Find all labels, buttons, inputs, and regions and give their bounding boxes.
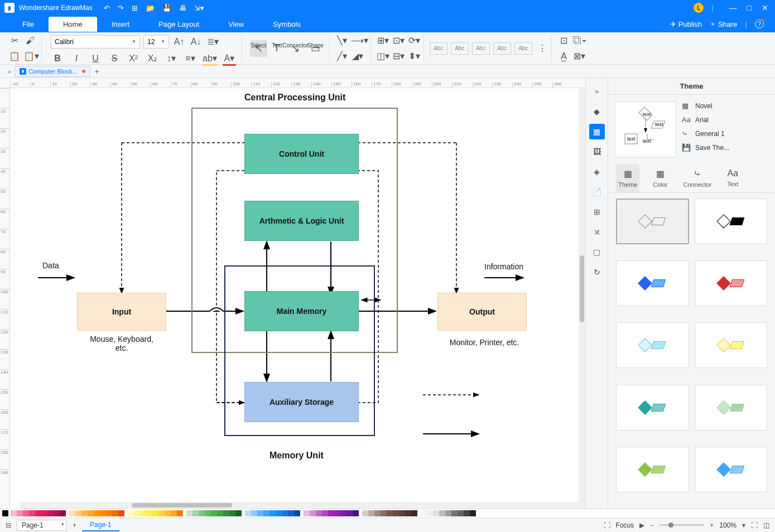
font-color-button[interactable]: A▾ xyxy=(223,52,236,65)
color-swatch[interactable] xyxy=(100,510,106,516)
color-swatch[interactable] xyxy=(29,510,35,516)
main-memory-box[interactable]: Main Memory xyxy=(244,291,359,331)
style-preset-4[interactable]: Abc xyxy=(493,42,511,55)
subtab-color[interactable]: ▦Color xyxy=(651,164,670,192)
save-icon[interactable]: 💾 xyxy=(162,4,171,12)
bold-button[interactable]: B xyxy=(51,52,64,65)
color-swatch[interactable] xyxy=(411,510,417,516)
rail-history-icon[interactable]: ↻ xyxy=(589,264,605,280)
color-swatch[interactable] xyxy=(118,510,124,516)
tab-page-layout[interactable]: Page Layout xyxy=(144,17,214,32)
color-swatch[interactable] xyxy=(288,510,294,516)
data-label[interactable]: Data xyxy=(42,261,59,270)
color-swatch[interactable] xyxy=(186,510,192,516)
theme-option-save[interactable]: 💾Save The... xyxy=(682,143,768,152)
superscript-button[interactable]: X² xyxy=(127,52,140,65)
color-swatch[interactable] xyxy=(276,510,282,516)
theme-item[interactable] xyxy=(616,199,689,244)
information-label[interactable]: Information xyxy=(484,262,523,271)
color-swatch[interactable] xyxy=(374,510,381,516)
format-painter-button[interactable]: 🖌 xyxy=(23,34,37,47)
new-tab-button[interactable]: + xyxy=(95,67,99,76)
color-swatch[interactable] xyxy=(69,510,75,516)
arrow-style-button[interactable]: ⟶▾ xyxy=(351,34,368,47)
color-swatch[interactable] xyxy=(223,510,229,516)
tab-symbols[interactable]: Symbols xyxy=(258,17,315,32)
style-preset-2[interactable]: Abc xyxy=(451,42,469,55)
canvas-scrollbar-horizontal[interactable] xyxy=(20,502,585,509)
color-swatch[interactable] xyxy=(340,510,346,516)
color-swatch[interactable] xyxy=(334,510,340,516)
style-preset-5[interactable]: Abc xyxy=(514,42,532,55)
color-swatch[interactable] xyxy=(165,510,171,516)
bullets-button[interactable]: ≡▾ xyxy=(184,52,197,65)
zoom-out-button[interactable]: − xyxy=(650,521,654,529)
color-swatch[interactable] xyxy=(112,510,118,516)
rail-fill-icon[interactable]: ◆ xyxy=(589,104,605,119)
publish-button[interactable]: ✈ Publish xyxy=(670,20,702,28)
rail-notes-icon[interactable]: 📄 xyxy=(589,184,605,200)
color-swatch[interactable] xyxy=(316,510,322,516)
theme-option-font[interactable]: AaArial xyxy=(682,115,768,124)
color-swatch[interactable] xyxy=(405,510,411,516)
theme-item[interactable] xyxy=(616,260,689,306)
subscript-button[interactable]: X₂ xyxy=(146,52,159,65)
rail-shuffle-icon[interactable]: ⤨ xyxy=(589,224,605,240)
connector-tool[interactable]: ↘Connector xyxy=(287,40,304,57)
color-swatch[interactable] xyxy=(282,510,288,516)
color-swatch[interactable] xyxy=(328,510,334,516)
subtab-connector[interactable]: ⤷Connector xyxy=(681,164,714,192)
color-swatch[interactable] xyxy=(128,510,134,516)
page-tab[interactable]: Page-1 xyxy=(82,519,119,531)
spacing-button[interactable]: ↕▾ xyxy=(165,52,178,65)
add-page-button[interactable]: + xyxy=(73,521,76,529)
color-swatch[interactable] xyxy=(381,510,387,516)
maximize-button[interactable]: □ xyxy=(745,3,754,12)
diagram-title-top[interactable]: Central Processing Unit xyxy=(244,93,345,103)
color-swatch[interactable] xyxy=(205,510,211,516)
color-swatch[interactable] xyxy=(346,510,353,516)
subtab-theme[interactable]: ▦Theme xyxy=(616,164,639,192)
color-swatch[interactable] xyxy=(263,510,269,516)
rail-theme-icon[interactable]: ▦ xyxy=(589,124,605,139)
rotate-button[interactable]: ⟳▾ xyxy=(408,34,421,47)
color-swatch[interactable] xyxy=(368,510,374,516)
align-objects-button[interactable]: ⊡▾ xyxy=(392,34,406,47)
increase-font-button[interactable]: A↑ xyxy=(172,35,186,49)
style-preset-1[interactable]: Abc xyxy=(430,42,447,55)
color-swatch[interactable] xyxy=(310,510,316,516)
theme-item[interactable] xyxy=(695,447,768,492)
font-family-dropdown[interactable]: Calibri▼ xyxy=(51,35,140,49)
copy-button[interactable]: 📋 xyxy=(8,50,21,63)
color-swatch[interactable] xyxy=(304,510,310,516)
doc-tabs-chevron[interactable]: » xyxy=(4,68,15,75)
color-swatch[interactable] xyxy=(353,510,359,516)
strikethrough-button[interactable]: S xyxy=(108,52,121,65)
rail-components-icon[interactable]: ⊞ xyxy=(589,204,605,220)
tab-file[interactable]: File xyxy=(8,17,49,32)
page-dropdown[interactable]: Page-1 xyxy=(17,520,67,531)
alu-box[interactable]: Arthmetic & Logic Unit xyxy=(244,201,359,241)
color-swatch[interactable] xyxy=(245,510,251,516)
color-swatch[interactable] xyxy=(458,510,464,516)
open-icon[interactable]: 📁 xyxy=(146,4,155,12)
color-swatch[interactable] xyxy=(235,510,242,516)
reset-button[interactable]: ⊠▾ xyxy=(573,50,586,63)
output-box[interactable]: Output xyxy=(437,293,527,331)
theme-item[interactable] xyxy=(695,260,768,306)
color-swatch[interactable] xyxy=(229,510,235,516)
color-swatch[interactable] xyxy=(177,510,183,516)
rail-image-icon[interactable]: 🖼 xyxy=(589,144,605,159)
italic-button[interactable]: I xyxy=(70,52,83,65)
aux-storage-box[interactable]: Auxiliary Storage xyxy=(244,382,359,422)
highlight-button[interactable]: ab▾ xyxy=(203,52,217,65)
align-button[interactable]: ≣▾ xyxy=(206,35,219,49)
color-swatch[interactable] xyxy=(387,510,393,516)
size-button[interactable]: ⬍▾ xyxy=(408,50,421,63)
color-swatch[interactable] xyxy=(106,510,112,516)
fill-button[interactable]: ◢▾ xyxy=(351,50,364,63)
color-swatch[interactable] xyxy=(470,510,476,516)
font-size-dropdown[interactable]: 12▼ xyxy=(143,35,169,49)
color-swatch[interactable] xyxy=(257,510,263,516)
style-more-button[interactable]: ⋮ xyxy=(536,42,549,55)
